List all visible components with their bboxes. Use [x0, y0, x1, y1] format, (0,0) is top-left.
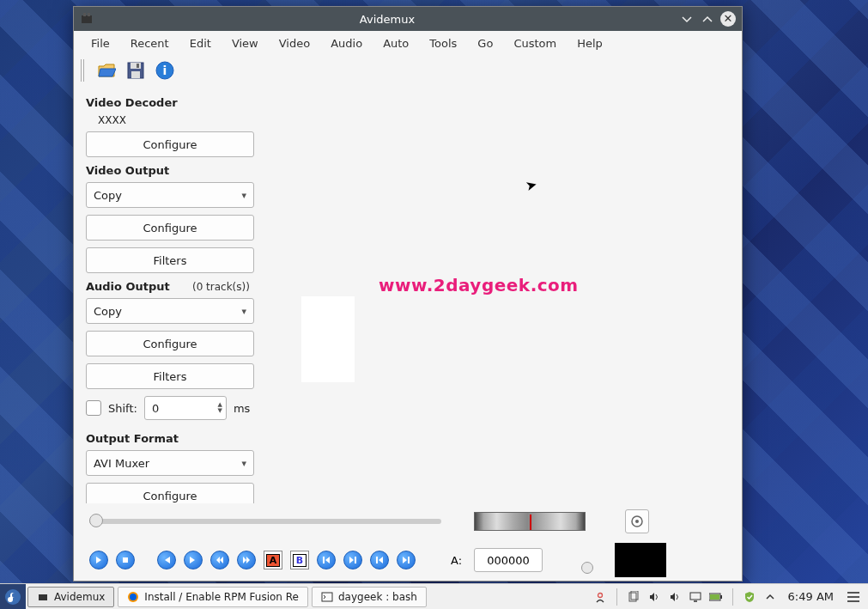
audio-tracks-count: (0 track(s)): [192, 281, 250, 293]
app-icon: [79, 11, 94, 27]
svg-point-21: [598, 593, 602, 597]
video-output-filters-button[interactable]: Filters: [86, 247, 254, 273]
svg-rect-28: [710, 594, 719, 600]
volume-icon-2[interactable]: [667, 589, 683, 605]
rewind-button[interactable]: [210, 551, 229, 569]
shift-label: Shift:: [108, 402, 137, 415]
chevron-up-icon[interactable]: [762, 589, 778, 605]
clock[interactable]: 6:49 AM: [788, 590, 834, 603]
close-button[interactable]: ✕: [719, 10, 737, 27]
display-icon[interactable]: [688, 589, 703, 605]
shift-checkbox[interactable]: [86, 400, 101, 416]
left-panel: Video Decoder XXXX Configure Video Outpu…: [74, 86, 271, 503]
preview-placeholder: [301, 296, 355, 382]
titlebar[interactable]: Avidemux ✕: [74, 7, 742, 31]
svg-text:i: i: [163, 64, 167, 77]
shift-row: Shift: 0 ▲▼ ms: [86, 396, 259, 420]
next-frame-button[interactable]: [184, 551, 203, 569]
shift-spinner[interactable]: 0 ▲▼: [144, 396, 227, 420]
taskbar: Avidemux Install / Enable RPM Fusion Re …: [0, 583, 868, 609]
audio-output-select[interactable]: Copy ▾: [86, 298, 254, 324]
audio-output-value: Copy: [94, 305, 122, 318]
info-icon[interactable]: i: [155, 60, 175, 81]
svg-rect-24: [690, 593, 701, 600]
decoder-configure-button[interactable]: Configure: [86, 131, 254, 157]
chevron-down-icon: ▾: [241, 458, 246, 469]
menu-tools[interactable]: Tools: [419, 33, 467, 53]
open-file-icon[interactable]: [96, 60, 117, 81]
svg-rect-17: [39, 594, 47, 600]
window-title: Avidemux: [100, 13, 675, 26]
prev-keyframe-button[interactable]: [317, 551, 336, 569]
watermark-text: www.2daygeek.com: [379, 275, 579, 295]
save-file-icon[interactable]: [125, 60, 146, 81]
seek-slider[interactable]: [89, 519, 441, 524]
set-marker-b-button[interactable]: B: [290, 551, 309, 569]
svg-rect-12: [323, 557, 325, 563]
svg-rect-4: [131, 63, 141, 69]
svg-rect-6: [137, 64, 139, 68]
content-area: Video Decoder XXXX Configure Video Outpu…: [74, 86, 742, 503]
play-button[interactable]: [89, 551, 108, 569]
slider-row: [89, 509, 726, 534]
task-firefox[interactable]: Install / Enable RPM Fusion Re: [118, 587, 308, 607]
jog-wheel[interactable]: [474, 512, 586, 531]
volume-slider[interactable]: [580, 543, 595, 577]
minimize-button[interactable]: [678, 10, 695, 27]
cursor-icon: ➤: [524, 176, 539, 195]
shield-icon[interactable]: [742, 589, 757, 605]
clipboard-icon[interactable]: [626, 589, 641, 605]
video-output-value: Copy: [94, 189, 122, 202]
menu-file[interactable]: File: [81, 33, 120, 53]
task-avidemux[interactable]: Avidemux: [27, 587, 114, 607]
bottom-controls: A B A: 000000: [74, 503, 742, 581]
set-marker-a-button[interactable]: A: [264, 551, 282, 569]
preview-area: www.2daygeek.com ➤: [271, 86, 742, 503]
frame-number-input[interactable]: 000000: [474, 548, 543, 572]
menubar: File Recent Edit View Video Audio Auto T…: [74, 31, 742, 55]
decoder-value: XXXX: [98, 114, 259, 126]
stop-button[interactable]: [116, 551, 135, 569]
task-terminal[interactable]: daygeek : bash: [312, 587, 427, 607]
menu-icon[interactable]: [844, 592, 863, 602]
spinner-buttons[interactable]: ▲▼: [218, 402, 222, 414]
menu-recent[interactable]: Recent: [120, 33, 179, 53]
menu-custom[interactable]: Custom: [503, 33, 567, 53]
svg-rect-14: [376, 557, 378, 563]
video-output-select[interactable]: Copy ▾: [86, 182, 254, 208]
menu-video[interactable]: Video: [269, 33, 320, 53]
maximize-button[interactable]: [699, 10, 716, 27]
next-keyframe-button[interactable]: [343, 551, 362, 569]
svg-rect-1: [83, 13, 86, 16]
menu-audio[interactable]: Audio: [320, 33, 373, 53]
video-output-configure-button[interactable]: Configure: [86, 215, 254, 241]
prev-frame-button[interactable]: [157, 551, 176, 569]
goto-start-button[interactable]: [370, 551, 389, 569]
start-menu-button[interactable]: [0, 584, 26, 610]
volume-icon[interactable]: [646, 589, 662, 605]
seek-thumb[interactable]: [89, 514, 103, 527]
svg-point-16: [5, 589, 21, 605]
audio-output-title: Audio Output (0 track(s)): [86, 280, 259, 293]
svg-rect-13: [355, 557, 356, 563]
audio-output-filters-button[interactable]: Filters: [86, 363, 254, 389]
goto-end-button[interactable]: [397, 551, 416, 569]
menu-go[interactable]: Go: [467, 33, 503, 53]
speaker-button[interactable]: [625, 509, 649, 533]
menu-edit[interactable]: Edit: [179, 33, 222, 53]
transport-row: A B A: 000000: [89, 543, 726, 577]
battery-icon[interactable]: [708, 589, 724, 605]
menu-view[interactable]: View: [222, 33, 269, 53]
volume-thumb[interactable]: [581, 562, 593, 574]
menu-auto[interactable]: Auto: [373, 33, 419, 53]
svg-rect-11: [123, 557, 128, 563]
svg-rect-0: [82, 15, 92, 23]
user-icon[interactable]: [592, 589, 608, 605]
audio-output-configure-button[interactable]: Configure: [86, 331, 254, 356]
menu-help[interactable]: Help: [567, 33, 613, 53]
tray-separator: [616, 588, 617, 606]
output-format-select[interactable]: AVI Muxer ▾: [86, 450, 254, 476]
video-output-title: Video Output: [86, 164, 259, 177]
output-format-configure-button[interactable]: Configure: [86, 483, 254, 503]
fast-forward-button[interactable]: [237, 551, 256, 569]
